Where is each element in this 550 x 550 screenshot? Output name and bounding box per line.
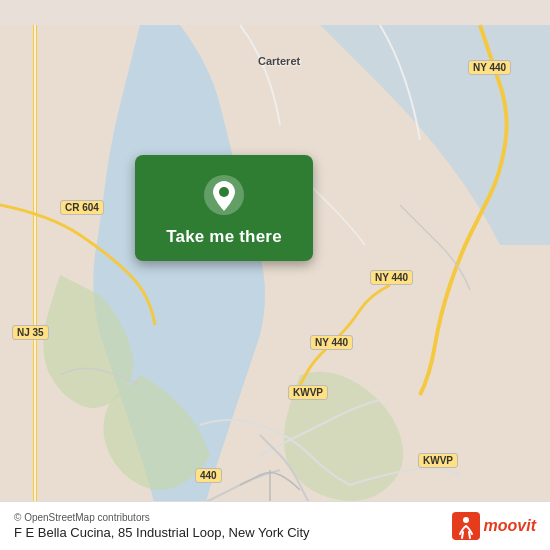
openstreetmap-credit: © OpenStreetMap contributors xyxy=(14,512,310,523)
map-background xyxy=(0,0,550,550)
location-pin-icon xyxy=(202,173,246,217)
city-label-carteret: Carteret xyxy=(258,55,300,67)
bottom-bar: © OpenStreetMap contributors F E Bella C… xyxy=(0,501,550,550)
road-label-ny440-mid: NY 440 xyxy=(370,270,413,285)
moovit-text: moovit xyxy=(484,517,536,535)
road-label-ny440-top: NY 440 xyxy=(468,60,511,75)
road-label-cr604: CR 604 xyxy=(60,200,104,215)
road-label-kwvp1: KWVP xyxy=(288,385,328,400)
svg-line-8 xyxy=(469,532,470,538)
svg-point-6 xyxy=(463,517,469,523)
take-me-there-card[interactable]: Take me there xyxy=(135,155,313,261)
moovit-brand-icon xyxy=(452,512,480,540)
bottom-left: © OpenStreetMap contributors F E Bella C… xyxy=(14,512,310,540)
location-title: F E Bella Cucina, 85 Industrial Loop, Ne… xyxy=(14,525,310,540)
road-label-nj35: NJ 35 xyxy=(12,325,49,340)
moovit-logo: moovit xyxy=(452,512,536,540)
svg-line-7 xyxy=(462,532,463,538)
map-container: Carteret NY 440 NY 440 NY 440 CR 604 NJ … xyxy=(0,0,550,550)
road-label-kwvp2: KWVP xyxy=(418,453,458,468)
road-label-440-bottom: 440 xyxy=(195,468,222,483)
take-me-there-button[interactable]: Take me there xyxy=(166,227,282,247)
svg-point-4 xyxy=(219,187,229,197)
road-label-ny440-low: NY 440 xyxy=(310,335,353,350)
